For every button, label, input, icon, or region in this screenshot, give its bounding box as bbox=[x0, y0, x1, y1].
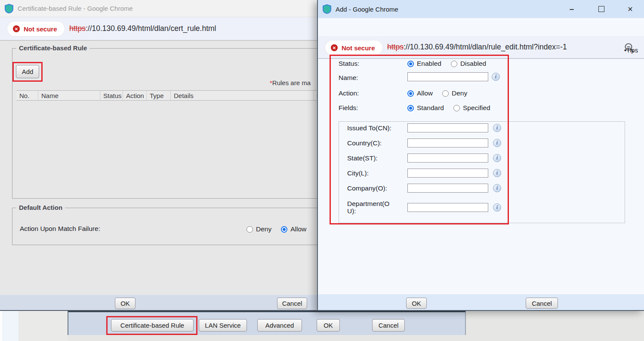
status-radio-group: Enabled Disabled bbox=[407, 60, 486, 68]
fields-radio-group: Standard Specified bbox=[407, 104, 490, 112]
certificate-rule-legend: Certificate-based Rule bbox=[16, 45, 89, 52]
parent-ok-button[interactable]: OK bbox=[317, 319, 340, 332]
fg-url-scheme: https bbox=[387, 43, 404, 52]
minimize-button[interactable] bbox=[565, 3, 579, 15]
underlying-page-panel bbox=[2, 311, 18, 341]
name-info-icon[interactable] bbox=[492, 73, 500, 81]
radio-action-allow[interactable] bbox=[407, 90, 414, 97]
fg-ok-button[interactable]: OK bbox=[406, 298, 427, 309]
bg-not-secure-badge[interactable]: Not secure bbox=[7, 22, 65, 36]
country-input[interactable] bbox=[407, 138, 488, 147]
radio-action-deny[interactable] bbox=[442, 90, 449, 97]
bg-url-scheme: https bbox=[69, 24, 86, 33]
department-info-icon[interactable] bbox=[493, 203, 501, 212]
fg-url[interactable]: https://10.130.69.49/html/dlan/rule_edit… bbox=[387, 36, 567, 58]
city-input[interactable] bbox=[407, 169, 488, 178]
app-shield-icon bbox=[5, 4, 13, 13]
state-input[interactable] bbox=[407, 154, 488, 163]
parent-cancel-button[interactable]: Cancel bbox=[372, 319, 405, 332]
company-label: Company(O): bbox=[347, 184, 397, 192]
country-info-icon[interactable] bbox=[493, 139, 501, 147]
col-type: Type bbox=[146, 91, 170, 100]
status-label: Status: bbox=[339, 60, 359, 68]
bg-url-rest: ://10.130.69.49/html/dlan/cert_rule.html bbox=[86, 24, 216, 33]
radio-fields-standard-label: Standard bbox=[417, 104, 444, 112]
fg-url-rest: ://10.130.69.49/html/dlan/rule_edit.html… bbox=[404, 43, 567, 52]
radio-enabled-label: Enabled bbox=[417, 60, 441, 68]
bg-address-bar[interactable]: Not secure https://10.130.69.49/html/dla… bbox=[0, 17, 317, 41]
tab-advanced[interactable]: Advanced bbox=[257, 319, 302, 332]
field-row-company: Company(O): bbox=[347, 184, 501, 193]
col-name: Name bbox=[38, 91, 100, 100]
certificate-rule-fieldset bbox=[12, 48, 317, 199]
radio-allow[interactable] bbox=[281, 226, 287, 233]
field-row-issued-to: Issued To(CN): bbox=[347, 123, 501, 132]
underlying-page-background bbox=[18, 311, 68, 341]
bg-not-secure-label: Not secure bbox=[24, 25, 57, 33]
fields-label: Fields: bbox=[339, 104, 358, 112]
radio-deny-label: Deny bbox=[256, 225, 271, 233]
department-input[interactable] bbox=[407, 203, 488, 212]
match-failure-radio-group: Deny Allow bbox=[247, 225, 306, 233]
close-button[interactable] bbox=[623, 3, 637, 15]
not-secure-icon bbox=[331, 44, 338, 51]
fg-window-titlebar: Add - Google Chrome bbox=[318, 0, 644, 18]
radio-enabled[interactable] bbox=[407, 61, 414, 67]
rule-table-header: No. Name Status Action Type Details C bbox=[16, 90, 317, 101]
field-row-department: Department(OU): bbox=[347, 199, 501, 216]
col-action: Action bbox=[123, 91, 146, 100]
not-secure-icon bbox=[13, 25, 20, 32]
col-configure-truncated: C bbox=[313, 91, 317, 100]
tab-lan-service[interactable]: LAN Service bbox=[199, 319, 247, 332]
fg-address-bar[interactable]: Not secure https://10.130.69.49/html/dla… bbox=[318, 36, 644, 59]
radio-fields-specified-label: Specified bbox=[463, 104, 490, 112]
parent-page-tab-bar: Certificate-based Rule LAN Service Advan… bbox=[68, 311, 466, 335]
fg-cancel-button[interactable]: Cancel bbox=[526, 298, 558, 309]
add-rule-button[interactable]: Add bbox=[16, 65, 39, 78]
fg-not-secure-badge[interactable]: Not secure bbox=[325, 40, 382, 55]
radio-fields-specified[interactable] bbox=[453, 105, 460, 111]
bg-footer-bar: OK Cancel bbox=[0, 295, 317, 311]
bg-url[interactable]: https://10.130.69.49/html/dlan/cert_rule… bbox=[69, 17, 216, 40]
state-info-icon[interactable] bbox=[493, 154, 501, 162]
action-label: Action: bbox=[339, 89, 359, 97]
radio-deny[interactable] bbox=[247, 226, 253, 233]
field-row-country: Country(C): bbox=[347, 138, 501, 147]
radio-fields-standard[interactable] bbox=[407, 105, 414, 111]
company-info-icon[interactable] bbox=[493, 184, 501, 192]
country-label: Country(C): bbox=[347, 139, 397, 147]
name-label: Name: bbox=[339, 74, 358, 82]
radio-action-allow-label: Allow bbox=[417, 89, 433, 97]
match-failure-label: Action Upon Match Failure: bbox=[20, 225, 100, 233]
city-info-icon[interactable] bbox=[493, 169, 501, 177]
name-input[interactable] bbox=[407, 72, 488, 81]
tips-link[interactable]: •Tips bbox=[624, 47, 638, 54]
fg-footer-bar: OK Cancel bbox=[318, 294, 644, 311]
radio-disabled[interactable] bbox=[451, 61, 457, 67]
default-action-legend: Default Action bbox=[16, 204, 65, 211]
city-label: City(L): bbox=[347, 169, 397, 177]
company-input[interactable] bbox=[407, 184, 488, 193]
fg-not-secure-label: Not secure bbox=[342, 44, 375, 52]
window-certificate-based-rule: Certificate-based Rule - Google Chrome N… bbox=[0, 0, 317, 311]
window-add-rule: Add - Google Chrome Not secure https://1… bbox=[317, 0, 644, 311]
radio-action-deny-label: Deny bbox=[452, 89, 467, 97]
bg-ok-button[interactable]: OK bbox=[115, 298, 136, 309]
rules-matched-note: *Rules are ma bbox=[270, 79, 311, 86]
action-radio-group: Allow Deny bbox=[407, 89, 467, 97]
issued-to-label: Issued To(CN): bbox=[347, 124, 397, 132]
radio-disabled-label: Disabled bbox=[460, 60, 486, 68]
issued-to-info-icon[interactable] bbox=[493, 124, 501, 132]
radio-allow-label: Allow bbox=[290, 225, 306, 233]
tab-certificate-based-rule[interactable]: Certificate-based Rule bbox=[111, 319, 194, 332]
col-details: Details bbox=[170, 91, 313, 100]
maximize-button[interactable] bbox=[595, 3, 608, 15]
fg-window-title: Add - Google Chrome bbox=[336, 6, 398, 13]
bg-cancel-button[interactable]: Cancel bbox=[277, 298, 307, 309]
col-no: No. bbox=[16, 91, 38, 100]
issued-to-input[interactable] bbox=[407, 123, 488, 132]
field-row-state: State(ST): bbox=[347, 154, 501, 163]
col-status: Status bbox=[100, 91, 123, 100]
state-label: State(ST): bbox=[347, 154, 397, 162]
field-row-city: City(L): bbox=[347, 169, 501, 178]
